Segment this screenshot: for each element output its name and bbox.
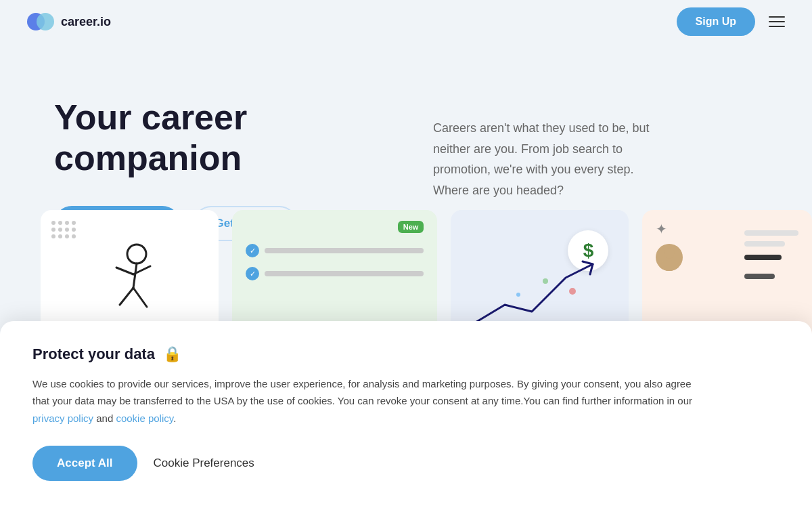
header: career.io Sign Up bbox=[0, 0, 812, 43]
doc-line-1 bbox=[744, 230, 798, 236]
new-badge: New bbox=[398, 221, 424, 233]
hero-title: Your career companion bbox=[54, 98, 365, 179]
svg-point-12 bbox=[660, 260, 679, 271]
cookie-body-text: We use cookies to provide our services, … bbox=[32, 378, 692, 407]
running-figure-svg bbox=[86, 234, 174, 322]
svg-point-8 bbox=[569, 288, 576, 295]
privacy-policy-link[interactable]: privacy policy bbox=[32, 412, 93, 424]
hero-description: Careers aren't what they used to be, but… bbox=[433, 98, 663, 200]
logo-area: career.io bbox=[27, 8, 111, 35]
profile-avatar bbox=[656, 244, 683, 271]
signature-1 bbox=[744, 255, 782, 260]
doc-line-2 bbox=[744, 241, 785, 247]
logo-text: career.io bbox=[61, 15, 111, 29]
cookie-title-row: Protect your data 🔒 bbox=[32, 345, 780, 363]
cookie-and-text: and bbox=[93, 412, 116, 424]
logo-icon bbox=[27, 8, 54, 35]
lock-icon: 🔒 bbox=[163, 345, 181, 363]
grid-dots bbox=[51, 221, 76, 238]
check-icon-1: ✓ bbox=[246, 244, 259, 257]
hamburger-menu-icon[interactable] bbox=[769, 16, 785, 27]
signature-2 bbox=[744, 274, 775, 279]
check-icon-2: ✓ bbox=[246, 267, 259, 280]
svg-point-11 bbox=[664, 248, 675, 259]
svg-line-6 bbox=[116, 268, 133, 274]
cookie-preferences-button[interactable]: Cookie Preferences bbox=[154, 457, 254, 470]
svg-line-3 bbox=[133, 263, 137, 288]
signup-button[interactable]: Sign Up bbox=[677, 7, 755, 36]
header-right: Sign Up bbox=[677, 7, 785, 36]
accept-all-button[interactable]: Accept All bbox=[32, 446, 137, 481]
check-item-2: ✓ bbox=[246, 267, 424, 280]
cookie-body-end: . bbox=[173, 412, 176, 424]
check-line-1 bbox=[265, 248, 424, 253]
cookie-policy-link[interactable]: cookie policy bbox=[116, 412, 173, 424]
cookie-title: Protect your data bbox=[32, 345, 155, 363]
svg-point-2 bbox=[127, 245, 146, 263]
svg-point-1 bbox=[37, 13, 54, 30]
svg-point-10 bbox=[516, 293, 520, 297]
svg-point-9 bbox=[543, 278, 548, 284]
cookie-banner: Protect your data 🔒 We use cookies to pr… bbox=[0, 321, 812, 509]
check-line-2 bbox=[265, 271, 424, 276]
star-icon: ✦ bbox=[656, 221, 667, 237]
check-item-1: ✓ bbox=[246, 244, 424, 257]
svg-line-5 bbox=[133, 288, 147, 307]
cookie-actions: Accept All Cookie Preferences bbox=[32, 446, 780, 481]
svg-line-4 bbox=[120, 288, 133, 305]
cookie-body: We use cookies to provide our services, … bbox=[32, 375, 709, 427]
